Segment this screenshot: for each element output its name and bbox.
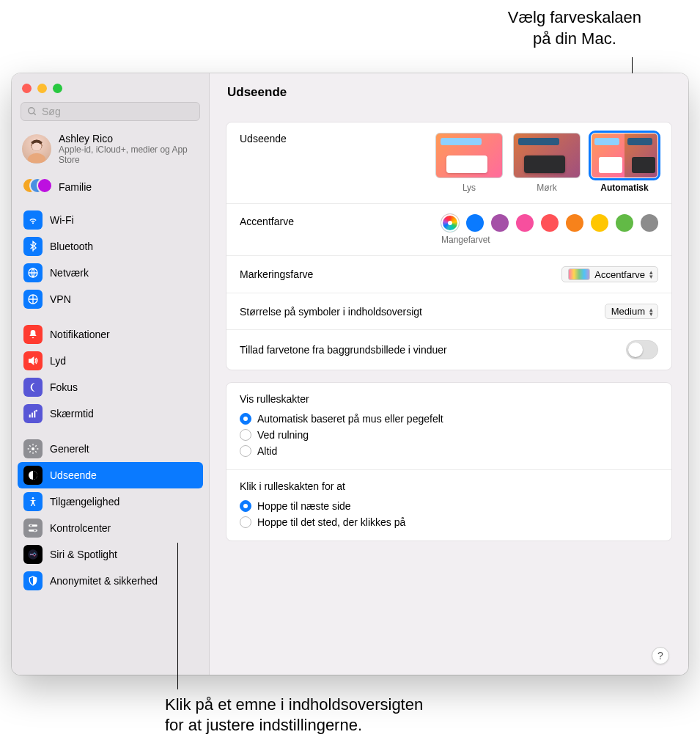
sidebar-item-notifications[interactable]: Notifikationer bbox=[18, 321, 203, 348]
sidebar-item-vpn[interactable]: VPN bbox=[18, 286, 203, 312]
radio-label: Hoppe til det sted, der klikkes på bbox=[257, 516, 405, 528]
privacy-icon bbox=[23, 571, 43, 590]
highlight-select[interactable]: Accentfarve ▴▾ bbox=[561, 266, 658, 282]
scrollbar-click-option-0[interactable]: Hoppe til næste side bbox=[240, 498, 658, 514]
appearance-option-mork[interactable]: Mørk bbox=[513, 133, 581, 193]
content-pane: Udseende Udseende LysMørkAutomatisk Acce… bbox=[210, 73, 688, 675]
accessibility-icon bbox=[23, 492, 43, 511]
radio-icon bbox=[240, 500, 251, 512]
radio-icon bbox=[240, 413, 251, 425]
sidebar-item-focus[interactable]: Fokus bbox=[18, 374, 203, 400]
appearance-label: Udseende bbox=[240, 133, 287, 144]
scrollbar-show-option-1[interactable]: Ved rulning bbox=[240, 427, 658, 443]
profile-sub: Apple-id, iCloud+, medier og App Store bbox=[59, 144, 199, 166]
sidebar-item-controlcenter[interactable]: Kontrolcenter bbox=[18, 515, 203, 541]
page-title: Udseende bbox=[210, 73, 688, 110]
scrollbar-show-option-0[interactable]: Automatisk baseret på mus eller pegefelt bbox=[240, 411, 658, 427]
callout-top: Vælg farveskalaen på din Mac. bbox=[508, 7, 641, 49]
sidebar-item-label: VPN bbox=[50, 293, 71, 305]
sidebar-item-wifi[interactable]: Wi-Fi bbox=[18, 207, 203, 233]
controlcenter-icon bbox=[23, 519, 43, 538]
sidebar-item-label: Notifikationer bbox=[50, 329, 110, 340]
svg-rect-7 bbox=[29, 414, 31, 417]
svg-point-11 bbox=[32, 447, 34, 450]
radio-icon bbox=[240, 516, 251, 528]
general-icon bbox=[23, 439, 43, 458]
sidebar-item-sound[interactable]: Lyd bbox=[18, 348, 203, 374]
vpn-icon bbox=[23, 290, 43, 309]
sidebar-item-label: Bluetooth bbox=[50, 241, 93, 252]
sidebar-item-screentime[interactable]: Skærmtid bbox=[18, 400, 203, 427]
accent-color-7[interactable] bbox=[616, 214, 633, 232]
radio-icon bbox=[240, 445, 251, 457]
accent-color-0[interactable] bbox=[441, 214, 459, 232]
sidebar-item-label: Udseende bbox=[50, 469, 97, 481]
scrollbar-click-option-1[interactable]: Hoppe til det sted, der klikkes på bbox=[240, 514, 658, 530]
scrollbar-show-row: Vis rulleskakter Automatisk baseret på m… bbox=[226, 383, 671, 470]
highlight-row: Markeringsfarve Accentfarve ▴▾ bbox=[226, 256, 671, 293]
radio-label: Ved rulning bbox=[257, 429, 309, 441]
callout-bottom: Klik på et emne i indholdsoversigten for… bbox=[165, 695, 423, 736]
notifications-icon bbox=[23, 325, 43, 344]
accent-color-8[interactable] bbox=[641, 214, 658, 232]
accent-color-6[interactable] bbox=[591, 214, 608, 232]
family-row[interactable]: Familie bbox=[12, 170, 209, 207]
minimize-button[interactable] bbox=[37, 84, 47, 93]
sidebar-item-label: Generelt bbox=[50, 443, 89, 455]
scrollbar-show-option-2[interactable]: Altid bbox=[240, 443, 658, 459]
highlight-swatch bbox=[568, 268, 590, 280]
help-button[interactable]: ? bbox=[652, 647, 669, 664]
accent-color-5[interactable] bbox=[566, 214, 583, 232]
radio-label: Automatisk baseret på mus eller pegefelt bbox=[257, 413, 443, 425]
accent-color-4[interactable] bbox=[541, 214, 559, 232]
family-label: Familie bbox=[59, 181, 92, 193]
sidebar-icon-label: Størrelse på symboler i indholdsoversigt bbox=[240, 306, 422, 318]
sidebar-item-bluetooth[interactable]: Bluetooth bbox=[18, 233, 203, 260]
sidebar-item-label: Anonymitet & sikkerhed bbox=[50, 575, 158, 587]
sound-icon bbox=[23, 351, 43, 370]
appearance-option-lys[interactable]: Lys bbox=[435, 133, 503, 193]
sidebar-item-label: Siri & Spotlight bbox=[50, 549, 117, 560]
sidebar-item-privacy[interactable]: Anonymitet & sikkerhed bbox=[18, 568, 203, 594]
sidebar-icon-select[interactable]: Medium ▴▾ bbox=[605, 304, 658, 319]
wallpaper-tint-row: Tillad farvetone fra baggrundsbillede i … bbox=[226, 330, 671, 370]
scrollbar-click-title: Klik i rulleskakten for at bbox=[240, 480, 658, 492]
svg-line-1 bbox=[34, 113, 36, 115]
scrollbar-show-title: Vis rulleskakter bbox=[240, 393, 658, 405]
chevron-updown-icon: ▴▾ bbox=[649, 307, 653, 316]
radio-icon bbox=[240, 429, 251, 441]
family-icon bbox=[22, 177, 51, 197]
svg-rect-8 bbox=[32, 412, 33, 417]
sidebar-item-general[interactable]: Generelt bbox=[18, 436, 203, 462]
appearance-option-caption: Mørk bbox=[513, 183, 581, 193]
fullscreen-button[interactable] bbox=[53, 84, 62, 93]
sidebar-icon-value: Medium bbox=[611, 306, 645, 317]
profile-name: Ashley Rico bbox=[59, 133, 199, 144]
sidebar-item-label: Lyd bbox=[50, 355, 66, 367]
sidebar-item-network[interactable]: Netværk bbox=[18, 260, 203, 286]
sidebar-item-label: Kontrolcenter bbox=[50, 522, 111, 534]
accent-color-1[interactable] bbox=[466, 214, 484, 232]
sidebar-item-accessibility[interactable]: Tilgængelighed bbox=[18, 488, 203, 515]
svg-point-17 bbox=[34, 529, 36, 531]
accent-color-2[interactable] bbox=[491, 214, 509, 232]
svg-point-10 bbox=[35, 409, 37, 411]
search-field[interactable] bbox=[21, 102, 200, 121]
sidebar-item-label: Netværk bbox=[50, 267, 89, 279]
tint-toggle[interactable] bbox=[626, 340, 658, 359]
screentime-icon bbox=[23, 404, 43, 423]
sidebar-item-label: Skærmtid bbox=[50, 408, 94, 420]
sidebar-item-siri[interactable]: Siri & Spotlight bbox=[18, 541, 203, 568]
appearance-option-caption: Lys bbox=[435, 183, 503, 193]
sidebar-item-label: Tilgængelighed bbox=[50, 496, 119, 508]
avatar bbox=[22, 134, 51, 164]
appearance-option-auto[interactable]: Automatisk bbox=[591, 133, 658, 193]
search-input[interactable] bbox=[42, 106, 194, 117]
sidebar-item-appearance[interactable]: Udseende bbox=[18, 462, 203, 488]
profile-row[interactable]: Ashley Rico Apple-id, iCloud+, medier og… bbox=[12, 128, 209, 170]
scrollbar-click-row: Klik i rulleskakten for at Hoppe til næs… bbox=[226, 470, 671, 541]
close-button[interactable] bbox=[22, 84, 32, 93]
callout-line-bottom bbox=[177, 543, 178, 689]
settings-window: Ashley Rico Apple-id, iCloud+, medier og… bbox=[12, 73, 688, 675]
accent-color-3[interactable] bbox=[516, 214, 534, 232]
